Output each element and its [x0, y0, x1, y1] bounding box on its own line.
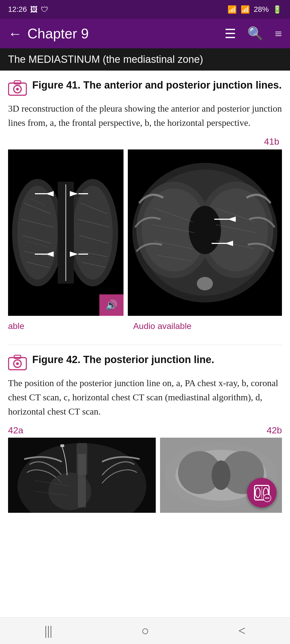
fab-icon: [252, 483, 271, 502]
signal-icon: 📶: [241, 5, 250, 14]
time-display: 12:26: [8, 5, 27, 14]
recent-apps-button[interactable]: |||: [45, 623, 52, 638]
ct-scan-axial: [128, 149, 282, 316]
svg-point-71: [255, 488, 260, 497]
figure41-image-right[interactable]: [128, 149, 282, 316]
nav-bottom: ||| ○ <: [0, 617, 290, 644]
status-bar: 12:26 🖼 🛡 📶 📶 28% 🔋: [0, 0, 290, 19]
label-42b: 42b: [267, 425, 282, 436]
camera-icon: [8, 80, 27, 96]
fab-button[interactable]: [247, 478, 277, 507]
status-left: 12:26 🖼 🛡: [8, 5, 48, 14]
audio-button-left[interactable]: 🔊: [99, 294, 124, 316]
navbar-left: ← Chapter 9: [8, 25, 89, 42]
back-nav-button[interactable]: <: [238, 623, 245, 638]
figure42-image-right[interactable]: [160, 438, 282, 513]
figure41-title: Figure 41. The anterior and posterior ju…: [32, 79, 282, 92]
figure42-description: The position of the posterior junction l…: [8, 376, 282, 419]
audio-label-right: Audio available: [133, 319, 191, 331]
svg-point-6: [17, 186, 58, 280]
gallery-icon: 🖼: [30, 5, 38, 14]
list-icon[interactable]: ☰: [224, 26, 236, 41]
svg-rect-62: [60, 444, 64, 447]
figure42-section: Figure 42. The posterior junction line. …: [8, 353, 282, 513]
svg-point-8: [73, 186, 113, 280]
back-button[interactable]: ←: [8, 26, 22, 42]
audio-cell-left: able: [8, 321, 124, 331]
figure41-image-left[interactable]: 🔊: [8, 149, 124, 316]
svg-rect-59: [78, 454, 86, 507]
audio-cell-right: Audio available: [128, 321, 282, 331]
figure41-images-row: 🔊: [8, 149, 282, 316]
search-icon[interactable]: 🔍: [247, 26, 263, 41]
menu-icon[interactable]: ≡: [275, 26, 282, 41]
svg-point-54: [16, 362, 19, 365]
svg-point-38: [189, 206, 221, 254]
figure41-description: 3D reconstruction of the pleura showing …: [8, 102, 282, 130]
section-title-bar: The MEDIASTINUM (the mediastinal zone): [0, 48, 290, 71]
svg-point-39: [197, 277, 213, 290]
figure41-label-b: 41b: [8, 136, 282, 147]
battery-icon: 🔋: [273, 5, 282, 14]
ct-scan-frontal: 🔊: [8, 149, 124, 316]
figure41-header: Figure 41. The anterior and posterior ju…: [8, 79, 282, 97]
section-title: The MEDIASTINUM (the mediastinal zone): [8, 54, 203, 65]
figure42-image-left[interactable]: [8, 438, 156, 513]
content-area: Figure 41. The anterior and posterior ju…: [0, 71, 290, 518]
navbar-icons: ☰ 🔍 ≡: [224, 26, 282, 41]
figure42-images-row: [8, 438, 282, 513]
navbar: ← Chapter 9 ☰ 🔍 ≡: [0, 19, 290, 48]
labels-row-42: 42a 42b: [8, 425, 282, 436]
shield-icon: 🛡: [41, 5, 48, 14]
audio-icon-left: 🔊: [106, 299, 118, 311]
camera-icon-wrap: [8, 80, 27, 97]
figure42-title: Figure 42. The posterior junction line.: [32, 353, 214, 366]
figure42-header: Figure 42. The posterior junction line.: [8, 353, 282, 371]
battery-display: 28%: [254, 5, 269, 14]
chapter-title: Chapter 9: [27, 25, 89, 42]
audio-label-partial: able: [8, 319, 24, 331]
audio-row-41: able Audio available: [8, 321, 282, 331]
divider-1: [8, 345, 282, 345]
home-button[interactable]: ○: [141, 623, 149, 638]
camera42-icon-wrap: [8, 354, 27, 371]
status-right: 📶 📶 28% 🔋: [227, 5, 282, 14]
label-42a: 42a: [8, 425, 23, 436]
wifi-icon: 📶: [227, 5, 237, 14]
svg-point-69: [212, 460, 230, 490]
camera42-icon: [8, 354, 27, 370]
svg-point-3: [16, 88, 19, 91]
